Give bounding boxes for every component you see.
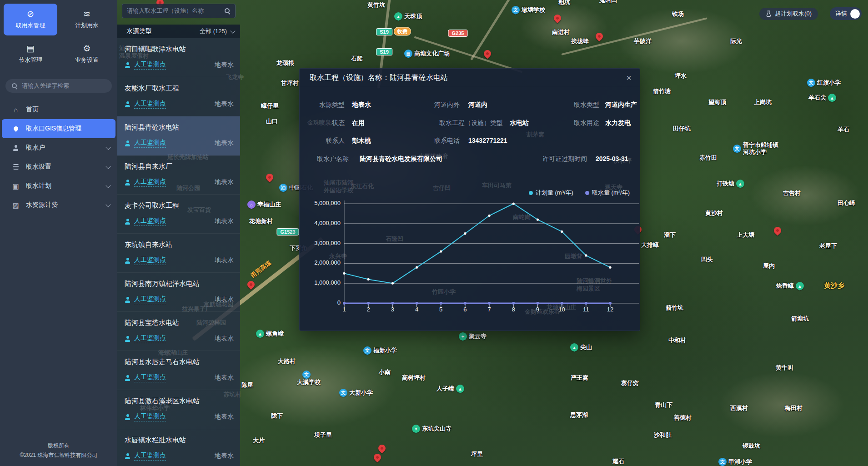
module-button[interactable]: ≋计划用水 [60,4,114,35]
legend-dot-icon [529,191,533,195]
map-label: 羊石 [838,125,849,134]
school-marker-icon: 文 [363,346,371,355]
keyword-search-placeholder: 请输入关键字检索 [22,82,69,90]
sidebar-menu: ⌂首页取水口GIS信息管理取水户取水设置▣取水计划▨水资源计费 [0,100,117,215]
map-label: 芋陂洋 [634,37,652,45]
module-button[interactable]: ▤节水管理 [4,38,57,70]
facility-list-item[interactable]: 陆河县青砼水电站人工监测点地表水 [117,116,240,155]
module-button[interactable]: ⚙业务设置 [60,38,114,70]
field-value: 彭木桃 [352,137,371,145]
monitor-type-label: 人工监测点 [134,256,166,265]
map-marker: 烧香嶂▲ [776,282,804,290]
sidebar-menu-item[interactable]: 取水口GIS信息管理 [2,119,115,138]
map-label: 坪里 [471,450,483,458]
keyword-search-input[interactable]: 请输入关键字检索 [5,79,112,93]
search-icon [11,83,18,89]
legend-item[interactable]: 计划量 (m³/年) [529,189,573,197]
sidebar-menu-item[interactable]: 取水户 [0,138,117,157]
map-label: 庵内 [763,262,775,270]
map-marker-label: 墩塘学校 [522,6,545,14]
map-label: 大片 [253,436,265,445]
module-label: 取用水管理 [16,21,45,30]
map-pin[interactable] [594,31,605,42]
legend-item[interactable]: 取水量 (m³/年) [585,189,630,197]
map-label: 鬼叫凹 [599,0,617,5]
person-icon [125,258,130,264]
module-button[interactable]: ⊘取用水管理 [4,4,57,35]
facility-search-input[interactable]: 请输入取水工程（设施）名称 [122,4,236,18]
close-icon[interactable]: × [626,73,632,82]
monitor-type-label: 人工监测点 [134,139,166,148]
map-pin[interactable] [552,13,563,24]
y-axis-tick: 5,000,000 [300,200,341,206]
map-marker-label: 尖山 [580,344,592,351]
sidebar-menu-item[interactable]: ▣取水计划 [0,176,117,195]
sidebar-menu-item[interactable]: ⌂首页 [0,100,117,119]
chevron-down-icon [230,28,235,33]
field-value: 2025-03-31 [596,155,628,162]
user-icon [13,145,19,151]
sidebar-menu-item[interactable]: 取水设置 [0,157,117,176]
menu-item-label: 取水计划 [26,182,51,190]
person-icon [125,62,130,68]
detail-toggle-label: 详情 [835,10,847,18]
road-badge: S19 [376,28,392,35]
mountain-marker-icon: ▲ [256,330,264,338]
sidebar-menu-item[interactable]: ▨水资源计费 [0,195,117,215]
map-label: 上岗坑 [754,98,772,106]
facility-list-item[interactable]: 东坑镇自来水站人工监测点地表水 [117,234,240,273]
filter-dropdown[interactable]: 全部 (125) [200,27,235,35]
map-marker-label: 福新小学 [373,347,397,354]
field-label: 状态 [300,119,345,127]
map-label: 嶂仔里 [261,102,279,110]
menu-item-label: 水资源计费 [26,201,58,209]
flask-icon [766,10,772,17]
map-pin[interactable] [265,172,275,183]
facility-list-item[interactable]: 陆河县宝塔水电站人工监测点地表水 [117,312,240,351]
person-icon [125,180,130,185]
map-pin[interactable] [372,452,383,463]
map-label: 耀石 [612,457,624,466]
legend-label: 取水量 (m³/年) [592,189,630,197]
menu-item-label: 取水口GIS信息管理 [26,125,81,133]
module-label: 业务设置 [75,56,99,64]
facility-list-panel: 请输入取水工程（设施）名称 水源类型 全部 (125) 河口镇唱歌潭水电站人工监… [117,0,240,466]
map-label: 黄沙乡 [824,281,844,290]
facility-list-item[interactable]: 河口镇唱歌潭水电站人工监测点地表水 [117,38,240,77]
map-label: 梅田村 [785,404,803,412]
person-icon [125,297,130,303]
map-pin[interactable] [773,225,783,236]
facility-list-item[interactable]: 陆河县南万镇杞洋水电站人工监测点地表水 [117,273,240,312]
map-marker: 文墩塘学校 [512,6,545,14]
module-label: 计划用水 [75,21,99,30]
over-plan-intake-pill[interactable]: 超计划取水(0) [759,8,818,20]
school-marker-icon: 文 [302,371,311,379]
map-label: 箭竹塘 [653,87,671,95]
copyright: 版权所有 ©2021 珠海市仁智科技有限公司 [0,441,117,466]
map-pin[interactable] [377,443,387,454]
detail-toggle[interactable]: 详情 [830,7,862,20]
map-marker-label: 打铁塘 [717,180,734,187]
facility-list-item[interactable]: 陆河县激石溪老区水电站人工监测点地表水 [117,390,240,429]
field-value: 陆河县青砼水电发展有限公司 [360,155,442,163]
chevron-down-icon [105,164,110,169]
map-label: 黄竹坑 [367,1,385,9]
map-label: 严王窝 [571,374,588,382]
facility-list-item[interactable]: 陆河县自来水厂人工监测点地表水 [117,155,240,195]
map-label: 赤竹田 [699,154,717,162]
facility-list-item[interactable]: 陆河县水唇走马石水电站人工监测点地表水 [117,351,240,390]
x-axis-tick: 11 [580,306,592,313]
facility-list-item[interactable]: 麦卡公司取水工程人工监测点地表水 [117,195,240,234]
map-pin[interactable] [482,49,493,59]
facility-list-item[interactable]: 水唇镇水栏肚水电站人工监测点地表水 [117,429,240,466]
map-marker-label: 高塘文化广场 [414,50,450,57]
x-axis-tick: 2 [362,306,374,313]
home-icon: ⌂ [12,106,20,113]
monitor-type-label: 人工监测点 [134,412,166,421]
person-icon [125,375,130,381]
facility-list-item[interactable]: 友能水厂取水工程人工监测点地表水 [117,77,240,116]
map-marker-label: 天珠顶 [404,13,422,20]
field-label: 取水用途 [554,119,599,127]
map-marker: 文甲湖小学 [718,458,752,466]
module-label: 节水管理 [19,56,42,64]
